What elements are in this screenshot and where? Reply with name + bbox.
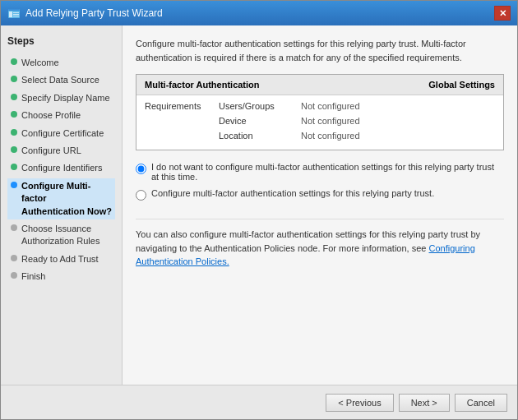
sidebar-dot-configure-mfa: [11, 182, 17, 188]
mfa-req-type: [145, 131, 219, 141]
mfa-req-name: Device: [219, 116, 301, 126]
next-button[interactable]: Next >: [399, 394, 450, 412]
svg-rect-3: [13, 12, 19, 13]
mfa-req-name: Users/Groups: [219, 101, 301, 111]
svg-rect-4: [13, 14, 19, 15]
title-bar: Add Relying Party Trust Wizard ✕: [1, 1, 517, 25]
wizard-window: Add Relying Party Trust Wizard ✕ Steps W…: [0, 0, 518, 420]
sidebar-label-welcome: Welcome: [21, 57, 59, 69]
title-bar-left: Add Relying Party Trust Wizard: [7, 7, 163, 20]
sidebar-item-choose-profile[interactable]: Choose Profile: [7, 108, 115, 123]
sidebar-label-ready-to-add: Ready to Add Trust: [21, 253, 99, 265]
sidebar-label-configure-url: Configure URL: [21, 145, 81, 157]
sidebar-label-choose-profile: Choose Profile: [21, 109, 81, 122]
main-content: Configure multi-factor authentication se…: [123, 25, 517, 385]
sidebar-dot-choose-issuance: [11, 224, 17, 231]
sidebar: Steps WelcomeSelect Data SourceSpecify D…: [1, 25, 123, 385]
wizard-icon: [7, 7, 21, 20]
radio-label-radio-no-configure: I do not want to configure multi-factor …: [151, 162, 504, 182]
svg-rect-1: [8, 9, 20, 11]
mfa-header-left: Multi-factor Authentication: [145, 80, 260, 90]
sidebar-item-configure-url[interactable]: Configure URL: [7, 143, 115, 159]
sidebar-item-configure-mfa[interactable]: Configure Multi-factor Authentication No…: [7, 178, 115, 219]
mfa-req-value: Not configured: [301, 116, 360, 126]
sidebar-label-configure-mfa: Configure Multi-factor Authentication No…: [21, 180, 112, 218]
description-text: Configure multi-factor authentication se…: [136, 37, 504, 64]
sidebar-label-configure-identifiers: Configure Identifiers: [21, 162, 102, 174]
mfa-row: DeviceNot configured: [145, 113, 495, 128]
sidebar-dot-configure-url: [11, 146, 17, 153]
sidebar-dot-ready-to-add: [11, 255, 17, 261]
previous-button[interactable]: < Previous: [326, 394, 393, 412]
sidebar-label-specify-display-name: Specify Display Name: [21, 92, 110, 104]
mfa-row: RequirementsUsers/GroupsNot configured: [145, 99, 495, 113]
mfa-req-value: Not configured: [301, 101, 360, 111]
sidebar-dot-configure-identifiers: [11, 164, 17, 170]
sidebar-items-list: WelcomeSelect Data SourceSpecify Display…: [7, 55, 115, 284]
sidebar-dot-choose-profile: [11, 111, 17, 118]
mfa-header: Multi-factor Authentication Global Setti…: [136, 75, 503, 95]
sidebar-title: Steps: [7, 35, 115, 47]
radio-item-radio-configure[interactable]: Configure multi-factor authentication se…: [136, 188, 504, 201]
svg-rect-5: [13, 16, 19, 16]
mfa-requirements: RequirementsUsers/GroupsNot configuredDe…: [136, 95, 503, 150]
sidebar-dot-finish: [11, 272, 17, 279]
sidebar-item-ready-to-add[interactable]: Ready to Add Trust: [7, 252, 115, 267]
mfa-req-type: Requirements: [145, 101, 219, 111]
radio-configure[interactable]: [136, 190, 146, 201]
sidebar-item-welcome[interactable]: Welcome: [7, 55, 115, 71]
content-area: Steps WelcomeSelect Data SourceSpecify D…: [1, 25, 517, 385]
sidebar-label-configure-certificate: Configure Certificate: [21, 127, 104, 140]
sidebar-label-choose-issuance: Choose Issuance Authorization Rules: [21, 223, 112, 248]
radio-label-radio-configure: Configure multi-factor authentication se…: [151, 188, 434, 198]
cancel-button[interactable]: Cancel: [455, 394, 507, 412]
mfa-box: Multi-factor Authentication Global Setti…: [136, 74, 504, 150]
close-button[interactable]: ✕: [494, 6, 511, 21]
window-title: Add Relying Party Trust Wizard: [25, 7, 163, 19]
info-text: You can also configure multi-factor auth…: [136, 219, 504, 269]
sidebar-dot-welcome: [11, 58, 17, 65]
sidebar-label-finish: Finish: [21, 270, 45, 283]
mfa-req-name: Location: [219, 131, 301, 141]
footer: < Previous Next > Cancel: [1, 385, 517, 419]
mfa-row: LocationNot configured: [145, 128, 495, 143]
radio-section: I do not want to configure multi-factor …: [136, 162, 504, 207]
sidebar-dot-select-data-source: [11, 76, 17, 82]
sidebar-item-specify-display-name[interactable]: Specify Display Name: [7, 90, 115, 106]
radio-no-configure[interactable]: [136, 164, 146, 174]
sidebar-item-configure-identifiers[interactable]: Configure Identifiers: [7, 160, 115, 176]
sidebar-item-select-data-source[interactable]: Select Data Source: [7, 72, 115, 88]
sidebar-dot-configure-certificate: [11, 129, 17, 136]
sidebar-item-configure-certificate[interactable]: Configure Certificate: [7, 126, 115, 141]
mfa-req-value: Not configured: [301, 131, 360, 141]
svg-rect-2: [9, 12, 12, 17]
mfa-req-type: [145, 116, 219, 126]
radio-item-radio-no-configure[interactable]: I do not want to configure multi-factor …: [136, 162, 504, 182]
sidebar-item-finish[interactable]: Finish: [7, 269, 115, 284]
mfa-header-right: Global Settings: [428, 80, 495, 90]
sidebar-item-choose-issuance[interactable]: Choose Issuance Authorization Rules: [7, 221, 115, 250]
sidebar-label-select-data-source: Select Data Source: [21, 74, 99, 86]
sidebar-dot-specify-display-name: [11, 94, 17, 100]
